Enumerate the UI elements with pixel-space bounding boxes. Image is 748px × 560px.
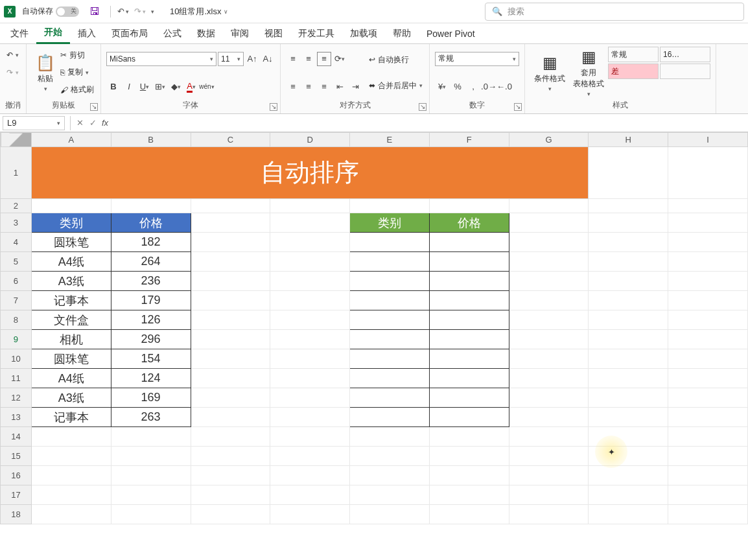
- align-top-icon[interactable]: ≡: [286, 52, 300, 66]
- align-center-icon[interactable]: ≡: [301, 80, 316, 94]
- number-format-dropdown[interactable]: 常规▾: [435, 52, 519, 66]
- fill-color-button[interactable]: ◆▾: [169, 80, 183, 94]
- cell-F5[interactable]: [429, 252, 509, 272]
- col-header-G[interactable]: G: [509, 133, 589, 147]
- conditional-format-button[interactable]: ▦条件格式▾: [530, 47, 569, 99]
- cell-F4[interactable]: [429, 233, 509, 252]
- filename-label[interactable]: 10组常用.xlsx ∨: [170, 6, 228, 18]
- cell-B8[interactable]: 126: [111, 310, 191, 330]
- format-painter-button[interactable]: 🖌格式刷: [59, 82, 95, 99]
- cell-E6[interactable]: [350, 272, 430, 291]
- cut-button[interactable]: ✂剪切: [59, 47, 95, 64]
- cell-E9[interactable]: [350, 330, 430, 349]
- cell-B11[interactable]: 124: [111, 369, 191, 388]
- cell-E13[interactable]: [350, 408, 430, 427]
- cell-A13[interactable]: 记事本: [31, 408, 111, 427]
- phonetic-button[interactable]: wén▾: [200, 80, 214, 94]
- align-launcher[interactable]: ↘: [419, 103, 427, 111]
- save-icon[interactable]: 🖫: [89, 6, 100, 18]
- increase-font-icon[interactable]: A↑: [245, 52, 259, 66]
- col-header-B[interactable]: B: [111, 133, 191, 147]
- row-header-3[interactable]: 3: [1, 213, 32, 233]
- cell-A12[interactable]: A3纸: [31, 388, 111, 408]
- autosave-toggle[interactable]: 关: [56, 6, 79, 17]
- tab-insert[interactable]: 插入: [70, 24, 104, 43]
- cell-B5[interactable]: 264: [111, 252, 191, 272]
- undo-button[interactable]: ↶ ▾: [115, 5, 132, 18]
- cell-I1[interactable]: [668, 147, 748, 199]
- tab-home[interactable]: 开始: [36, 23, 70, 44]
- cell-A3[interactable]: 类别: [31, 213, 111, 233]
- cell-B12[interactable]: 169: [111, 388, 191, 408]
- row-header-11[interactable]: 11: [1, 369, 32, 388]
- row-header-12[interactable]: 12: [1, 388, 32, 408]
- border-button[interactable]: ⊞▾: [153, 80, 167, 94]
- cell-E8[interactable]: [350, 310, 430, 330]
- cell-A5[interactable]: A4纸: [31, 252, 111, 272]
- cell-E7[interactable]: [350, 291, 430, 310]
- tab-powerpivot[interactable]: Power Pivot: [419, 25, 483, 43]
- cell-B7[interactable]: 179: [111, 291, 191, 310]
- format-as-table-button[interactable]: ▦套用 表格格式▾: [569, 47, 608, 99]
- worksheet-grid[interactable]: A B C D E F G H I 1 自动排序 2 3 类别 价格 类别 价格…: [0, 132, 748, 524]
- col-header-I[interactable]: I: [668, 133, 748, 147]
- cell-A6[interactable]: A3纸: [31, 272, 111, 291]
- tab-review[interactable]: 审阅: [223, 24, 257, 43]
- italic-button[interactable]: I: [122, 80, 136, 94]
- row-header-5[interactable]: 5: [1, 252, 32, 272]
- copy-button[interactable]: ⎘复制 ▾: [59, 64, 95, 81]
- increase-decimal-icon[interactable]: .0→: [482, 80, 496, 94]
- row-header-7[interactable]: 7: [1, 291, 32, 310]
- cell-F10[interactable]: [429, 349, 509, 369]
- cell-B6[interactable]: 236: [111, 272, 191, 291]
- col-header-E[interactable]: E: [350, 133, 430, 147]
- name-box[interactable]: L9▾: [3, 116, 65, 130]
- align-middle-icon[interactable]: ≡: [301, 52, 316, 66]
- col-header-D[interactable]: D: [270, 133, 350, 147]
- indent-increase-icon[interactable]: ⇥: [348, 80, 362, 94]
- cell-H1[interactable]: [589, 147, 668, 199]
- cell-A11[interactable]: A4纸: [31, 369, 111, 388]
- tab-data[interactable]: 数据: [189, 24, 223, 43]
- col-header-A[interactable]: A: [31, 133, 111, 147]
- row-header-15[interactable]: 15: [1, 447, 32, 466]
- style-more[interactable]: [660, 64, 710, 79]
- cell-F3[interactable]: 价格: [429, 213, 509, 233]
- cell-E4[interactable]: [350, 233, 430, 252]
- cell-F9[interactable]: [429, 330, 509, 349]
- cell-A8[interactable]: 文件盒: [31, 310, 111, 330]
- cell-styles-gallery[interactable]: 常规 16 … 差: [608, 47, 710, 99]
- cancel-formula-icon[interactable]: ✕: [73, 118, 86, 128]
- col-header-C[interactable]: C: [191, 133, 270, 147]
- select-all-triangle[interactable]: [1, 133, 32, 147]
- decrease-decimal-icon[interactable]: ←.0: [497, 80, 511, 94]
- col-header-H[interactable]: H: [589, 133, 668, 147]
- comma-icon[interactable]: ,: [466, 80, 480, 94]
- row-header-14[interactable]: 14: [1, 427, 32, 447]
- row-header-13[interactable]: 13: [1, 408, 32, 427]
- tab-formulas[interactable]: 公式: [156, 24, 189, 43]
- cell-A7[interactable]: 记事本: [31, 291, 111, 310]
- clipboard-launcher[interactable]: ↘: [90, 103, 98, 111]
- number-launcher[interactable]: ↘: [514, 103, 522, 111]
- cell-B13[interactable]: 263: [111, 408, 191, 427]
- font-launcher[interactable]: ↘: [270, 103, 277, 111]
- cell-E5[interactable]: [350, 252, 430, 272]
- tab-help[interactable]: 帮助: [385, 24, 419, 43]
- currency-icon[interactable]: ¥▾: [435, 80, 449, 94]
- cell-A10[interactable]: 圆珠笔: [31, 349, 111, 369]
- tab-file[interactable]: 文件: [3, 24, 36, 43]
- row-header-4[interactable]: 4: [1, 233, 32, 252]
- row-header-6[interactable]: 6: [1, 272, 32, 291]
- cell-F13[interactable]: [429, 408, 509, 427]
- row-header-8[interactable]: 8: [1, 310, 32, 330]
- qat-customize[interactable]: ▾: [148, 7, 157, 16]
- style-16[interactable]: 16 …: [660, 47, 710, 62]
- font-color-button[interactable]: A▾: [184, 80, 198, 94]
- cell-E12[interactable]: [350, 388, 430, 408]
- redo-button[interactable]: ↷ ▾: [132, 5, 148, 18]
- style-bad[interactable]: 差: [608, 64, 659, 79]
- align-left-icon[interactable]: ≡: [286, 80, 300, 94]
- cell-B9[interactable]: 296: [111, 330, 191, 349]
- merge-center-button[interactable]: ⬌合并后居中 ▾: [368, 77, 424, 94]
